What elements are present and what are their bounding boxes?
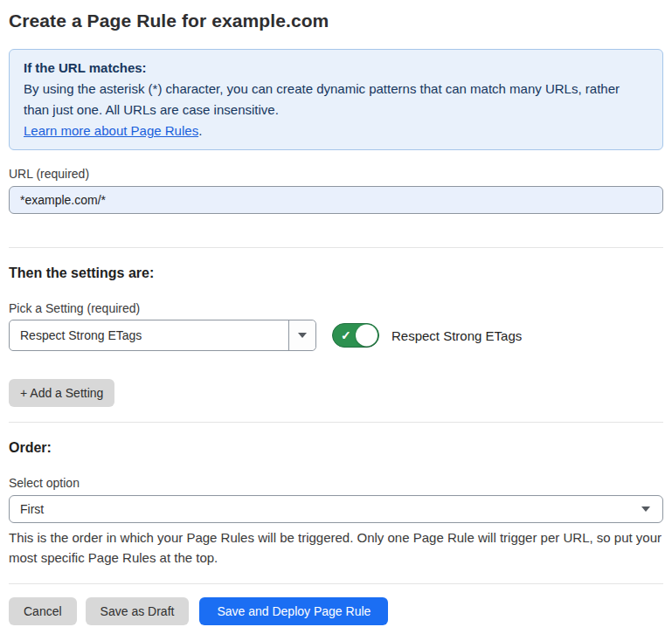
- order-select[interactable]: First: [9, 495, 663, 523]
- setting-row: Respect Strong ETags ✓ Respect Strong ET…: [9, 320, 663, 351]
- chevron-down-icon: [641, 506, 650, 512]
- info-box-link-line: Learn more about Page Rules.: [24, 121, 648, 141]
- setting-select-arrow-button[interactable]: [288, 320, 315, 350]
- settings-section-heading: Then the settings are:: [9, 265, 663, 281]
- link-suffix: .: [198, 123, 202, 138]
- info-box-body: By using the asterisk (*) character, you…: [24, 79, 648, 121]
- order-select-value: First: [20, 502, 641, 516]
- learn-more-link[interactable]: Learn more about Page Rules: [24, 123, 198, 138]
- pick-setting-label: Pick a Setting (required): [9, 301, 663, 315]
- setting-select-value: Respect Strong ETags: [10, 320, 288, 350]
- divider-url-settings: [9, 247, 663, 248]
- action-bar: Cancel Save as Draft Save and Deploy Pag…: [9, 597, 663, 625]
- toggle-knob: [356, 325, 378, 347]
- url-match-info-box: If the URL matches: By using the asteris…: [9, 49, 663, 150]
- info-box-heading: If the URL matches:: [24, 58, 648, 79]
- page-title: Create a Page Rule for example.com: [9, 10, 663, 31]
- order-select-label: Select option: [9, 476, 663, 490]
- respect-strong-etags-toggle[interactable]: ✓: [332, 323, 379, 348]
- cancel-button[interactable]: Cancel: [9, 597, 77, 625]
- check-icon: ✓: [341, 329, 351, 341]
- toggle-label: Respect Strong ETags: [391, 328, 522, 343]
- setting-select[interactable]: Respect Strong ETags: [9, 320, 316, 351]
- save-draft-button[interactable]: Save as Draft: [86, 597, 190, 625]
- divider-actions: [9, 583, 663, 584]
- save-deploy-button[interactable]: Save and Deploy Page Rule: [199, 597, 388, 625]
- chevron-down-icon: [298, 333, 307, 338]
- add-setting-button[interactable]: + Add a Setting: [9, 379, 114, 407]
- url-input[interactable]: [9, 186, 663, 214]
- order-section-heading: Order:: [9, 440, 663, 456]
- divider-settings-order: [9, 422, 663, 423]
- order-description: This is the order in which your Page Rul…: [9, 527, 663, 568]
- url-field-label: URL (required): [9, 167, 663, 181]
